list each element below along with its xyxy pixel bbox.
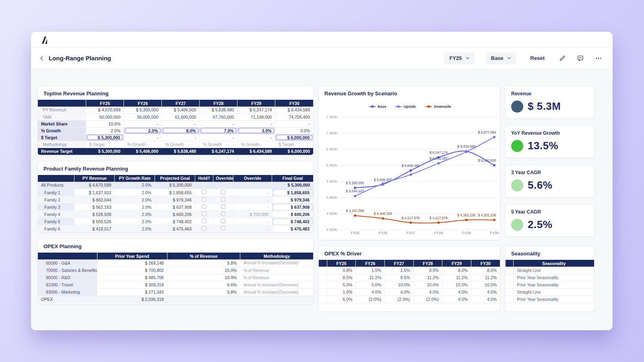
data-point-base [354, 187, 356, 189]
grid-cell: % Growth [237, 141, 275, 148]
data-point-label: $ 4,302,236 [478, 213, 496, 217]
data-point-label: $ 4,217,878 [402, 216, 420, 220]
table-row: 80000 - R&D$ 485,70610.4%% of Revenue [38, 274, 313, 281]
desktop-background: Long-Range Planning FY25 Base Reset [0, 0, 644, 362]
hold-checkbox[interactable] [202, 197, 206, 202]
table-row: Family 2$ 863,0442.0%$ 979,346-$ 979,346 [38, 196, 313, 204]
spacer-cell [506, 288, 514, 296]
checkbox-cell [213, 182, 233, 189]
checkbox-cell [195, 196, 213, 204]
grid-cell: $ Target [86, 141, 124, 148]
table-row: 70000 - Salaries & Benefits$ 700,80215.0… [38, 267, 313, 274]
data-point-downside [354, 214, 356, 217]
hold-checkbox[interactable] [202, 219, 206, 223]
table-header-row: FY25FY26FY27FY28FY29FY30 [319, 260, 500, 267]
kpi-card-3yr-cagr: 3 Year CAGR 5.6% [505, 165, 594, 197]
data-point-label: $ 6,000,000 [478, 158, 496, 162]
grid-cell: $ 269,148 [97, 259, 167, 267]
column-header: FY29 [237, 100, 275, 107]
x-axis-tick-label: FY30 [490, 231, 499, 235]
grid-cell: $ 637,908 [155, 204, 195, 211]
column-header: % of Revenue [167, 253, 240, 259]
editable-cell[interactable]: 3.0% [238, 128, 274, 133]
grid-cell: Straight Line [514, 288, 594, 296]
column-header: Seasonality [514, 260, 594, 267]
grid-cell: $ 271,343 [97, 288, 167, 296]
page-title: Long-Range Planning [49, 55, 111, 62]
editable-cell[interactable]: 2.0% [125, 128, 161, 133]
table-row: 81000 - Travel$ 309,3196.6%Annual % Incr… [38, 281, 313, 288]
column-header: Hold? [195, 175, 213, 182]
editable-cell[interactable]: 8.0% [163, 128, 198, 133]
override-cell: - [233, 196, 272, 204]
data-point-base [493, 164, 495, 167]
chevron-down-icon [466, 57, 470, 60]
chart-title: Revenue Growth by Scenario [319, 86, 500, 100]
data-point-label: $ 5,044,247 [346, 189, 364, 193]
column-header: Methodology [240, 253, 313, 259]
grid-cell: - [124, 134, 162, 141]
grid-cell: $ 309,319 [97, 281, 167, 288]
comments-button[interactable] [577, 55, 584, 62]
back-button[interactable] [37, 54, 46, 63]
grid-cell: 0.8% [327, 267, 356, 274]
legend-marker-dot [427, 105, 430, 108]
grid-cell: 4.0% [356, 288, 385, 296]
card-title: OPEX Planning [38, 239, 313, 253]
grid-cell: 11.2% [442, 274, 471, 281]
hold-checkbox[interactable] [202, 204, 206, 209]
data-point-downside [409, 222, 412, 224]
editable-cell[interactable]: $ 5,300,000 [87, 135, 123, 140]
data-point-downside [493, 219, 495, 221]
hold-checkbox[interactable] [202, 190, 206, 194]
opex-planning-table: Prior Year Spend% of RevenueMethodology6… [38, 253, 313, 303]
column-header: FY27 [162, 100, 200, 107]
more-options-button[interactable] [595, 55, 602, 62]
editable-cell[interactable]: $ 6,000,000 [276, 135, 312, 140]
grid-cell: 7.0% [200, 127, 237, 134]
override-checkbox[interactable] [221, 226, 225, 230]
table-row: Prior Year Seasonality [506, 296, 594, 303]
grid-cell: (2.0%) [413, 296, 442, 303]
table-row: 1.0%4.0%4.0%4.0%4.0%4.0% [319, 288, 500, 296]
override-checkbox[interactable] [221, 212, 225, 216]
override-checkbox[interactable] [221, 190, 225, 194]
grid-cell: 11.2% [413, 274, 442, 281]
grid-cell: $ 6,000,000 [275, 148, 313, 154]
chevron-left-icon [39, 56, 45, 61]
editable-cell[interactable]: 7.0% [200, 128, 236, 133]
card-title: Topline Revenue Planning [38, 86, 313, 100]
scenario-selector[interactable]: Base [486, 52, 516, 64]
table-row: 5.0%5.0%10.0%10.0%10.0%10.0% [319, 281, 500, 288]
hold-checkbox[interactable] [202, 226, 206, 230]
grid-cell: 6.0% [327, 296, 356, 303]
row-label: TAM [38, 113, 86, 120]
edit-button[interactable] [559, 55, 566, 62]
grid-cell: $ 4,670,599 [86, 107, 124, 113]
table-row: 6.0%(2.0%)(2.0%)(2.0%)4.0%4.0% [319, 296, 500, 303]
toolbar: FY25 Base Reset [444, 52, 602, 64]
grid-cell: $ 4,670,599 [74, 182, 115, 189]
grid-cell: 50,000,000 [86, 113, 124, 120]
period-selector[interactable]: FY25 [444, 52, 475, 64]
hold-checkbox[interactable] [202, 212, 206, 216]
grid-cell: - [237, 120, 275, 127]
x-axis-tick-label: FY26 [378, 231, 387, 235]
row-label: Family 6 [38, 225, 74, 232]
override-checkbox[interactable] [221, 219, 225, 223]
legend-label: Upside [404, 105, 416, 109]
grid-cell: 2.0% [115, 189, 155, 196]
table-row: Family 3$ 562,1532.0%$ 637,908-$ 637,908 [38, 204, 313, 211]
kpi-label: 5 Year CAGR [511, 209, 588, 215]
override-checkbox[interactable] [221, 197, 225, 202]
override-checkbox[interactable] [221, 204, 225, 209]
kpi-status-dot [511, 179, 523, 191]
column-header [38, 100, 86, 107]
reset-button[interactable]: Reset [530, 55, 545, 61]
grid-cell: 61,600,000 [162, 113, 200, 120]
column-header: Final Goal [272, 175, 313, 182]
grid-cell: Prior Year Seasonality [514, 296, 594, 303]
data-point-label: $ 6,247,174 [429, 150, 448, 154]
grid-cell: 4.0% [413, 288, 442, 296]
grid-cell: 2.0% [115, 211, 155, 218]
